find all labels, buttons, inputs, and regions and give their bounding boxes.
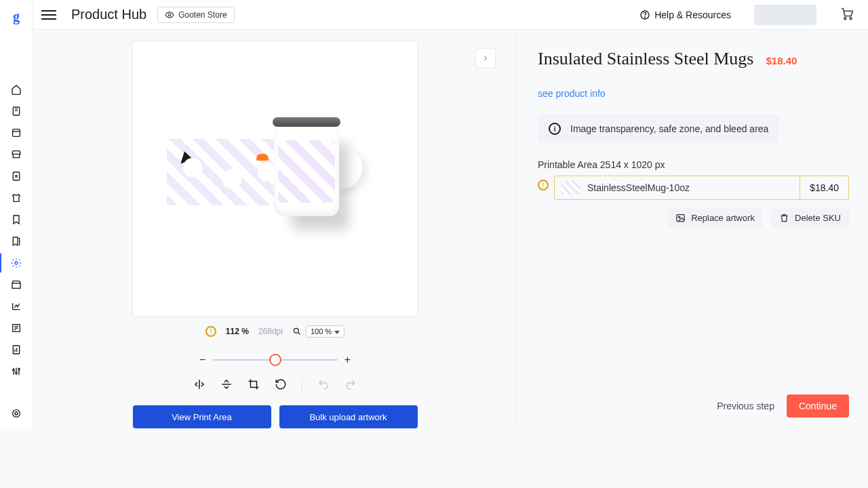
svg-rect-2 [13,172,19,180]
mug-mockup [167,108,384,257]
help-label: Help & Resources [654,9,731,20]
redo-button[interactable] [344,378,357,393]
replace-artwork-label: Replace artwork [691,213,755,223]
svg-rect-19 [677,215,684,222]
nav-fulfillment[interactable] [0,278,33,291]
zoom-out-button[interactable]: − [199,354,206,366]
svg-point-10 [18,368,20,370]
transparency-hint[interactable]: i Image transparency, safe zone, and ble… [538,115,779,143]
nav-orders[interactable] [0,104,33,118]
nav-settings-sliders[interactable] [0,365,33,378]
svg-point-13 [168,14,171,16]
undo-button[interactable] [317,378,330,393]
bulk-upload-button[interactable]: Bulk upload artwork [279,405,418,428]
continue-button[interactable]: Continue [787,394,849,418]
replace-artwork-button[interactable]: Replace artwork [667,208,763,228]
svg-point-9 [16,372,18,374]
help-link[interactable]: Help & Resources [639,9,731,20]
dpi-label: 268dpi [258,327,283,336]
rotate-button[interactable] [275,378,287,393]
svg-rect-1 [13,129,20,137]
brand-logo[interactable]: g [9,9,23,23]
help-icon [639,9,650,20]
svg-point-8 [13,369,15,371]
cart-button[interactable] [840,6,854,24]
info-icon: i [549,123,561,135]
svg-point-17 [850,17,852,19]
next-preview-button[interactable] [475,48,496,68]
svg-point-16 [844,17,846,19]
sku-price: $18.40 [800,176,848,199]
svg-point-20 [679,216,681,218]
store-name: Gooten Store [178,10,226,20]
hub-title: Product Hub [71,7,146,22]
scale-warning-icon: ! [205,326,216,337]
crop-button[interactable] [248,378,260,393]
svg-point-12 [15,412,18,415]
scale-metrics: ! 112 % 268dpi 100 % [205,325,344,338]
svg-point-11 [13,410,20,418]
zoom-slider-thumb[interactable] [269,354,281,366]
sku-thumbnail [561,181,580,195]
image-icon [675,213,686,223]
menu-toggle[interactable] [41,5,60,24]
product-info-link[interactable]: see product info [538,88,606,99]
svg-point-4 [15,262,18,264]
details-pane: Insulated Stainless Steel Mugs $18.40 se… [517,30,868,428]
eye-icon [165,10,174,20]
svg-point-3 [16,176,18,178]
delete-sku-button[interactable]: Delete SKU [771,208,849,228]
product-title: Insulated Stainless Steel Mugs [538,49,753,69]
view-print-area-button[interactable]: View Print Area [133,405,271,428]
svg-point-15 [645,16,646,17]
nav-apparel[interactable] [0,191,33,205]
zoom-slider[interactable] [213,359,338,361]
delete-sku-label: Delete SKU [795,213,841,223]
nav-home[interactable] [0,83,33,96]
editor-pane: ! 112 % 268dpi 100 % − + [33,30,517,428]
scale-percent: 112 % [226,327,249,336]
nav-reports[interactable] [0,343,33,357]
nav-analytics[interactable] [0,300,33,313]
sku-warning-icon: ! [538,180,549,190]
trash-icon [779,213,789,223]
zoom-select[interactable]: 100 % [306,325,344,338]
hint-text: Image transparency, safe zone, and bleed… [570,123,768,134]
previous-step-button[interactable]: Previous step [717,401,774,411]
product-price: $18.40 [766,55,797,66]
product-preview[interactable] [132,41,418,317]
printable-area-label: Printable Area 2514 x 1020 px [538,159,849,170]
flip-vertical-button[interactable] [220,378,233,393]
left-nav-rail: g [0,0,33,428]
nav-catalog[interactable] [0,126,33,140]
store-selector[interactable]: Gooten Store [157,7,234,23]
nav-target[interactable] [0,408,33,419]
sku-name: StainlessSteelMug-10oz [587,182,800,193]
nav-collections[interactable] [0,235,33,248]
sku-row[interactable]: StainlessSteelMug-10oz $18.40 [554,176,849,200]
search-placeholder-box[interactable] [754,5,816,25]
nav-stores[interactable] [0,148,33,161]
nav-product-hub[interactable] [0,256,33,270]
nav-products[interactable] [0,169,33,183]
topbar: Product Hub Gooten Store Help & Resource… [33,0,868,30]
nav-billing[interactable] [0,321,33,335]
svg-point-18 [294,328,298,333]
magnifier-icon [292,327,302,336]
nav-bookmarks[interactable] [0,213,33,226]
svg-rect-5 [12,283,20,288]
zoom-in-button[interactable]: + [344,354,351,366]
flip-horizontal-button[interactable] [193,378,205,393]
